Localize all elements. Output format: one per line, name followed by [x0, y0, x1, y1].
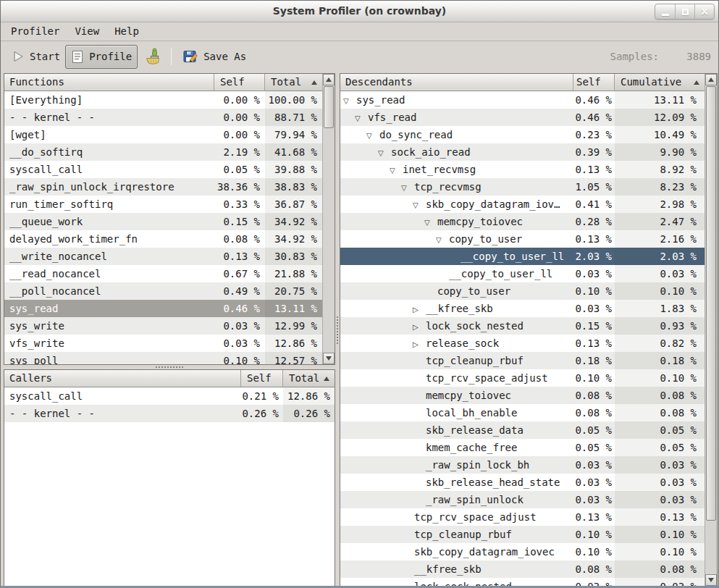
table-row[interactable]: - - kernel - -0.26 %0.26 % [4, 405, 335, 422]
tree-row[interactable]: ▽sock_aio_read0.39 %9.90 % [340, 143, 705, 161]
tree-row[interactable]: skb_copy_datagram_iovec0.10 %0.10 % [340, 543, 705, 560]
tree-row[interactable]: lock_sock_nested0.03 %0.03 % [340, 578, 705, 586]
tree-row[interactable]: ▽do_sync_read0.23 %10.49 % [340, 126, 705, 143]
table-row[interactable]: __read_nocancel0.67 %21.88 % [4, 265, 322, 282]
table-row[interactable]: - - kernel - -0.00 %88.71 % [4, 109, 322, 126]
scroll-up-button[interactable] [705, 74, 717, 85]
table-row[interactable]: vfs_write0.03 %12.86 % [4, 335, 322, 352]
function-name: skb_release_head_state [426, 476, 560, 488]
tree-row[interactable]: __copy_to_user_ll2.03 %2.03 % [340, 248, 705, 265]
scroll-up-button[interactable] [323, 74, 335, 85]
expander-open-icon[interactable]: ▽ [401, 180, 414, 196]
expander-open-icon[interactable]: ▽ [343, 93, 356, 109]
minimize-icon [662, 14, 669, 16]
functions-self-column-header[interactable]: Self [214, 74, 265, 91]
table-row[interactable]: __do_softirq2.19 %41.68 % [4, 143, 322, 161]
callers-total-column-header[interactable]: Total [283, 370, 335, 387]
tree-row[interactable]: __copy_to_user_ll0.03 %0.03 % [340, 265, 705, 282]
table-row[interactable]: __queue_work0.15 %34.92 % [4, 213, 322, 230]
table-row[interactable]: delayed_work_timer_fn0.08 %34.92 % [4, 230, 322, 248]
tree-row[interactable]: ▷lock_sock_nested0.15 %0.93 % [340, 317, 705, 335]
profile-toggle-button[interactable]: Profile [65, 45, 138, 69]
expander-open-icon[interactable]: ▽ [366, 127, 379, 143]
scroll-down-button[interactable] [323, 353, 335, 364]
callers-self-column-header[interactable]: Self [241, 370, 283, 387]
menu-view[interactable]: View [73, 22, 101, 41]
expander-open-icon[interactable]: ▽ [378, 145, 391, 161]
total-value-cell: 12.99 % [265, 317, 322, 335]
tree-row[interactable]: tcp_rcv_space_adjust0.10 %0.10 % [340, 369, 705, 387]
expander-closed-icon[interactable]: ▷ [413, 319, 426, 335]
tree-row[interactable]: _raw_spin_unlock0.03 %0.03 % [340, 491, 705, 508]
callers-column-header[interactable]: Callers [4, 370, 241, 387]
scrollbar-thumb[interactable] [324, 86, 334, 128]
tree-row[interactable]: memcpy_toiovec0.08 %0.08 % [340, 387, 705, 404]
functions-scrollbar[interactable] [322, 74, 335, 364]
save-as-button-label: Save As [203, 51, 246, 62]
tree-row[interactable]: kmem_cache_free0.05 %0.05 % [340, 439, 705, 456]
menu-help[interactable]: Help [113, 22, 140, 41]
tree-row[interactable]: tcp_cleanup_rbuf0.10 %0.10 % [340, 526, 705, 543]
table-row[interactable]: syscall_call0.21 %12.86 % [4, 387, 335, 405]
descendants-self-column-header[interactable]: Self [573, 74, 615, 91]
close-button[interactable]: × [694, 4, 714, 19]
expander-open-icon[interactable]: ▽ [413, 197, 426, 213]
table-row[interactable]: sys_poll0.10 %12.57 % [4, 352, 322, 364]
minimize-button[interactable] [655, 4, 675, 19]
tree-row[interactable]: copy_to_user0.10 %0.10 % [340, 282, 705, 300]
cumulative-value-cell: 0.10 % [615, 369, 705, 387]
descendants-scrollbar[interactable] [705, 74, 717, 586]
function-name: tcp_rcv_space_adjust [426, 372, 548, 384]
tree-row[interactable]: ▽inet_recvmsg0.13 %8.92 % [340, 161, 705, 178]
total-value-cell: 0.26 % [283, 405, 335, 422]
self-value-cell: 0.03 % [573, 300, 615, 317]
table-row[interactable]: __write_nocancel0.13 %30.83 % [4, 248, 322, 265]
functions-total-column-header[interactable]: Total [265, 74, 322, 91]
tree-row[interactable]: ▷__kfree_skb0.03 %1.83 % [340, 300, 705, 317]
tree-row[interactable]: ▽tcp_recvmsg1.05 %8.23 % [340, 178, 705, 196]
expander-closed-icon[interactable]: ▷ [413, 336, 426, 352]
table-row[interactable]: [wget]0.00 %79.94 % [4, 126, 322, 143]
descendants-cumulative-column-header[interactable]: Cumulative [615, 74, 705, 91]
save-as-button[interactable]: Save As [178, 45, 251, 69]
scrollbar-thumb[interactable] [706, 86, 716, 521]
table-row[interactable]: sys_read0.46 %13.11 % [4, 300, 322, 317]
table-row[interactable]: __poll_nocancel0.49 %20.75 % [4, 282, 322, 300]
tree-row[interactable]: ▽memcpy_toiovec0.28 %2.47 % [340, 213, 705, 230]
self-value-cell: 0.00 % [214, 91, 265, 109]
expander-open-icon[interactable]: ▽ [436, 232, 449, 248]
table-row[interactable]: run_timer_softirq0.33 %36.87 % [4, 196, 322, 213]
tree-row[interactable]: skb_release_head_state0.03 %0.03 % [340, 474, 705, 491]
expander-open-icon[interactable]: ▽ [424, 214, 437, 230]
cumulative-value-cell: 0.08 % [615, 404, 705, 421]
table-row[interactable]: [Everything]0.00 %100.00 % [4, 91, 322, 109]
tree-row[interactable]: local_bh_enable0.08 %0.08 % [340, 404, 705, 421]
table-row[interactable]: syscall_call0.05 %39.88 % [4, 161, 322, 178]
tree-row[interactable]: _raw_spin_lock_bh0.03 %0.03 % [340, 456, 705, 474]
expander-open-icon[interactable]: ▽ [390, 162, 403, 178]
tree-row[interactable]: ▽skb_copy_datagram_iov…0.41 %2.98 % [340, 196, 705, 213]
tree-row[interactable]: __kfree_skb0.08 %0.08 % [340, 560, 705, 578]
functions-column-header[interactable]: Functions [4, 74, 214, 91]
tree-row[interactable]: skb_release_data0.05 %0.05 % [340, 421, 705, 439]
descendants-column-header[interactable]: Descendants [340, 74, 573, 91]
menu-profiler[interactable]: Profiler [9, 22, 61, 41]
reset-button[interactable] [138, 45, 166, 69]
table-row[interactable]: sys_write0.03 %12.99 % [4, 317, 322, 335]
cumulative-value-cell: 0.13 % [615, 508, 705, 526]
tree-row[interactable]: ▽copy_to_user0.13 %2.16 % [340, 230, 705, 248]
tree-row[interactable]: ▷release_sock0.13 %0.82 % [340, 335, 705, 352]
start-button[interactable]: Start [7, 45, 65, 69]
tree-row[interactable]: tcp_rcv_space_adjust0.13 %0.13 % [340, 508, 705, 526]
expander-open-icon[interactable]: ▽ [355, 110, 368, 126]
function-name-cell: _raw_spin_lock_bh [340, 456, 573, 474]
scroll-down-button[interactable] [705, 574, 717, 586]
table-row[interactable]: _raw_spin_unlock_irqrestore38.36 %38.83 … [4, 178, 322, 196]
titlebar[interactable]: System Profiler (on crownbay) × [1, 1, 718, 22]
maximize-button[interactable] [675, 4, 694, 19]
expander-closed-icon[interactable]: ▷ [413, 301, 426, 317]
tree-row[interactable]: ▽vfs_read0.46 %12.09 % [340, 109, 705, 126]
function-name-cell: ▽do_sync_read [340, 126, 573, 143]
tree-row[interactable]: tcp_cleanup_rbuf0.18 %0.18 % [340, 352, 705, 369]
tree-row[interactable]: ▽sys_read0.46 %13.11 % [340, 91, 705, 109]
